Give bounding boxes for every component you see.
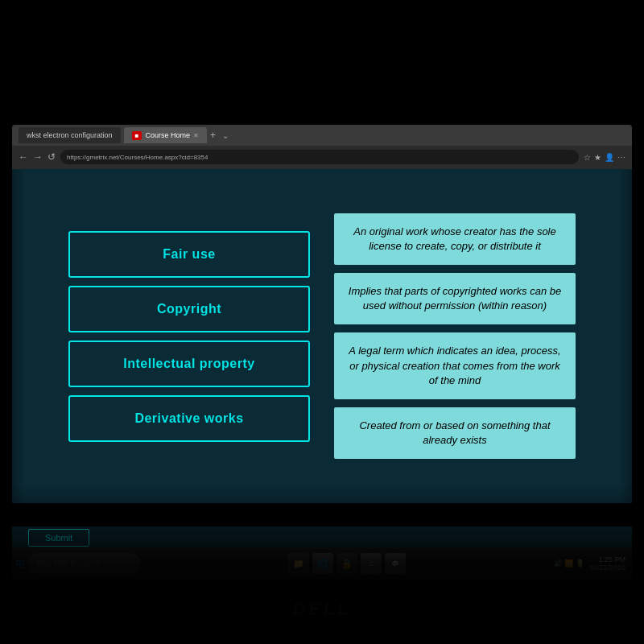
definition-original[interactable]: An original work whose creator has the s…: [334, 213, 576, 265]
term-fair-use[interactable]: Fair use: [68, 231, 310, 278]
definition-fair-use[interactable]: Implies that parts of copyrighted works …: [334, 273, 576, 324]
settings-icon[interactable]: ⋯: [617, 153, 625, 162]
browser-icons: ☆ ★ 👤 ⋯: [584, 153, 625, 162]
term-derivative-works[interactable]: Derivative works: [68, 395, 310, 442]
terms-column: Fair use Copyright Intellectual property…: [68, 231, 310, 442]
definitions-column: An original work whose creator has the s…: [334, 213, 576, 460]
main-content: Fair use Copyright Intellectual property…: [12, 169, 632, 503]
bookmark-icon[interactable]: ☆: [584, 153, 591, 162]
definition-derivative[interactable]: Created from or based on something that …: [334, 407, 576, 459]
url-bar[interactable]: https://gmetrix.net/Courses/Home.aspx?ci…: [60, 150, 579, 164]
term-copyright[interactable]: Copyright: [68, 286, 310, 332]
definition-legal-term[interactable]: A legal term which indicates an idea, pr…: [334, 332, 576, 399]
tab-dropdown-icon[interactable]: ⌄: [222, 131, 229, 140]
forward-button[interactable]: →: [33, 151, 43, 163]
tab-close-icon[interactable]: ✕: [193, 132, 199, 139]
term-intellectual-property[interactable]: Intellectual property: [68, 341, 310, 387]
vignette-bottom: [0, 483, 644, 644]
new-tab-button[interactable]: +: [210, 130, 216, 141]
tab-wkst[interactable]: wkst electron configuration: [19, 127, 121, 143]
address-bar: ← → ↺ https://gmetrix.net/Courses/Home.a…: [12, 146, 632, 168]
tab-icon: ■: [132, 131, 142, 140]
url-text: https://gmetrix.net/Courses/Home.aspx?ci…: [67, 154, 208, 161]
star-icon[interactable]: ★: [594, 153, 601, 162]
refresh-button[interactable]: ↺: [47, 151, 56, 163]
browser-chrome: wkst electron configuration ■ Course Hom…: [12, 125, 632, 169]
tab-wkst-label: wkst electron configuration: [27, 131, 113, 139]
vignette-top: [0, 0, 644, 129]
tab-course-label: Course Home: [145, 131, 190, 139]
tab-course-home[interactable]: ■ Course Home ✕: [124, 127, 207, 143]
back-button[interactable]: ←: [19, 151, 28, 163]
user-icon[interactable]: 👤: [605, 153, 614, 162]
